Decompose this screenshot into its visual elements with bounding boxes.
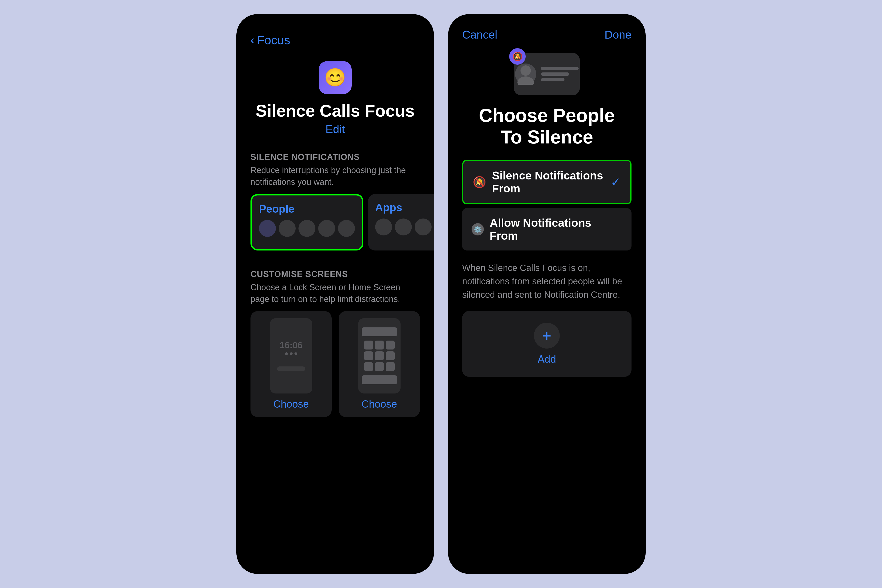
people-card[interactable]: People bbox=[250, 194, 363, 250]
right-phone-screen: Cancel Done 🔕 Choose People To Silence bbox=[448, 14, 646, 574]
homescreen-content bbox=[358, 324, 400, 388]
avatar-1 bbox=[259, 220, 276, 237]
hs-icon-7 bbox=[364, 362, 373, 371]
hs-icon-3 bbox=[386, 340, 394, 350]
add-label[interactable]: Add bbox=[538, 353, 556, 365]
back-label[interactable]: Focus bbox=[257, 33, 290, 47]
avatar-4 bbox=[318, 220, 335, 237]
hs-icon-5 bbox=[375, 351, 384, 360]
app-icon-3 bbox=[415, 219, 432, 236]
silence-from-label: Silence Notifications From bbox=[492, 169, 605, 195]
hs-icon-1 bbox=[364, 340, 373, 350]
dot-2 bbox=[290, 352, 292, 355]
apps-card-title: Apps bbox=[375, 201, 434, 214]
avatar-5 bbox=[338, 220, 355, 237]
left-phone-screen: ‹ Focus 😊 Silence Calls Focus Edit SILEN… bbox=[236, 14, 434, 574]
lockscreen-bar bbox=[277, 366, 305, 371]
people-card-title: People bbox=[259, 202, 355, 215]
add-card[interactable]: + Add bbox=[462, 311, 632, 377]
allow-from-option[interactable]: ⚙️ Allow Notifications From bbox=[462, 208, 632, 250]
silence-from-row[interactable]: 🔕 Silence Notifications From ✓ bbox=[464, 161, 630, 203]
svg-point-0 bbox=[520, 65, 531, 76]
back-navigation[interactable]: ‹ Focus bbox=[250, 33, 420, 47]
hs-icon-4 bbox=[364, 351, 373, 360]
add-button-circle[interactable]: + bbox=[534, 323, 560, 349]
focus-title: Silence Calls Focus bbox=[250, 101, 420, 120]
home-screen-card[interactable]: Choose bbox=[339, 311, 420, 417]
dot-3 bbox=[294, 352, 297, 355]
person-icon bbox=[515, 63, 536, 85]
choose-home-label[interactable]: Choose bbox=[362, 398, 397, 410]
customise-section: CUSTOMISE SCREENS Choose a Lock Screen o… bbox=[250, 269, 420, 417]
silence-from-option[interactable]: 🔕 Silence Notifications From ✓ bbox=[462, 160, 632, 204]
screens-grid: 16:06 Choose bbox=[250, 311, 420, 417]
hs-dock bbox=[362, 375, 397, 384]
illustration-bg: 🔕 bbox=[514, 53, 580, 95]
bell-slash-icon: 🔕 bbox=[473, 176, 486, 188]
focus-icon-container: 😊 bbox=[250, 61, 420, 94]
plus-icon: + bbox=[542, 328, 551, 344]
hs-widget bbox=[362, 327, 397, 336]
notifications-grid: People Apps bbox=[250, 194, 420, 250]
illustration-container: 🔕 bbox=[462, 53, 632, 95]
svg-point-1 bbox=[518, 76, 534, 85]
allow-from-row[interactable]: ⚙️ Allow Notifications From bbox=[462, 208, 632, 250]
avatar-2 bbox=[279, 220, 296, 237]
avatar-3 bbox=[298, 220, 315, 237]
focus-edit-button[interactable]: Edit bbox=[250, 123, 420, 136]
person-svg bbox=[515, 63, 536, 85]
customise-section-desc: Choose a Lock Screen or Home Screen page… bbox=[250, 282, 420, 305]
homescreen-mockup bbox=[358, 318, 400, 393]
dot-1 bbox=[285, 352, 288, 355]
checkmark-icon: ✓ bbox=[610, 175, 621, 189]
customise-section-label: CUSTOMISE SCREENS bbox=[250, 269, 420, 279]
allow-from-label: Allow Notifications From bbox=[490, 216, 622, 242]
silence-section-label: SILENCE NOTIFICATIONS bbox=[250, 152, 420, 162]
focus-emoji-icon: 😊 bbox=[319, 61, 352, 94]
lockscreen-dots bbox=[285, 352, 297, 355]
choose-lock-label[interactable]: Choose bbox=[273, 398, 309, 410]
silence-section-desc: Reduce interruptions by choosing just th… bbox=[250, 164, 420, 188]
app-icon-2 bbox=[395, 219, 412, 236]
lockscreen-time: 16:06 bbox=[280, 340, 303, 351]
main-title: Choose People To Silence bbox=[462, 105, 632, 148]
back-chevron-icon: ‹ bbox=[250, 33, 255, 47]
lockscreen-mockup: 16:06 bbox=[270, 318, 312, 393]
bell-muted-icon: 🔕 bbox=[509, 48, 526, 64]
avatar-row bbox=[259, 220, 355, 237]
cancel-button[interactable]: Cancel bbox=[462, 28, 497, 41]
illus-line-1 bbox=[541, 67, 579, 70]
hs-icon-2 bbox=[375, 340, 384, 350]
lock-screen-card[interactable]: 16:06 Choose bbox=[250, 311, 332, 417]
apps-card[interactable]: Apps bbox=[368, 194, 434, 250]
explanation-text: When Silence Calls Focus is on, notifica… bbox=[462, 261, 632, 302]
done-button[interactable]: Done bbox=[604, 28, 632, 41]
illus-line-2 bbox=[541, 72, 569, 76]
apps-avatar-row bbox=[375, 219, 434, 236]
app-icon-1 bbox=[375, 219, 392, 236]
hs-icon-8 bbox=[375, 362, 384, 371]
homescreen-grid bbox=[362, 338, 397, 374]
hs-icon-9 bbox=[386, 362, 394, 371]
illus-line-3 bbox=[541, 78, 564, 81]
right-navigation: Cancel Done bbox=[462, 28, 632, 41]
gear-badge-icon: ⚙️ bbox=[472, 223, 484, 236]
hs-icon-6 bbox=[386, 351, 394, 360]
illustration-lines bbox=[541, 67, 579, 81]
